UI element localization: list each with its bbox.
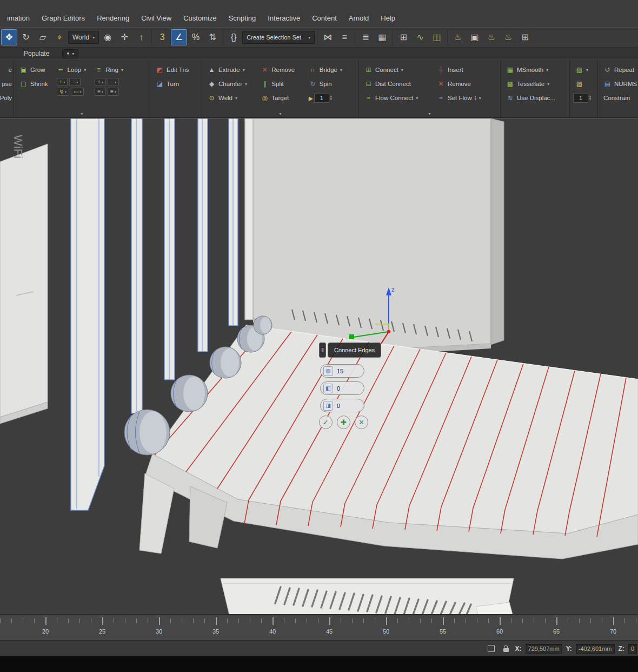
spin-button[interactable]: ↻Spin: [307, 77, 355, 91]
clipped-button-label[interactable]: pse: [2, 77, 12, 91]
scale-button[interactable]: ▱: [35, 29, 51, 45]
tessellate-button[interactable]: ▩Tessellate▾: [504, 77, 557, 91]
use-displacement-button[interactable]: ≋Use Displac...: [504, 91, 557, 105]
tab-populate[interactable]: Populate: [24, 50, 49, 57]
ribbon-config-button[interactable]: ● ▾: [62, 49, 78, 58]
spinner-arrows[interactable]: ▴▾: [330, 95, 332, 101]
loop-mode-button[interactable]: ↯▾: [57, 88, 69, 96]
iterations-value[interactable]: 1: [573, 94, 588, 103]
layer-manager-button[interactable]: ≣: [357, 29, 374, 45]
slide-value[interactable]: 0: [337, 403, 340, 409]
iterations-spinner[interactable]: 1 ▴▾: [573, 93, 591, 103]
clipped-button-label[interactable]: e: [9, 63, 12, 77]
snaps-toggle-button[interactable]: 3: [154, 29, 170, 45]
edit-tris-button[interactable]: ◩Edit Tris: [154, 63, 191, 77]
menu-arnold[interactable]: Arnold: [343, 11, 375, 25]
menu-rendering[interactable]: Rendering: [91, 11, 135, 25]
snaps-mode-button[interactable]: ∠: [171, 29, 187, 45]
axis-constraint-button[interactable]: ✛: [116, 29, 132, 45]
y-coordinate-field[interactable]: -402,601mm: [576, 644, 615, 654]
menu-interactive[interactable]: Interactive: [262, 11, 306, 25]
turn-button[interactable]: ◪Turn: [154, 77, 191, 91]
msmooth-button[interactable]: ▦MSmooth▾: [504, 63, 557, 77]
split-button[interactable]: ∥Split: [258, 77, 302, 91]
insert-button[interactable]: ┼Insert: [435, 63, 494, 77]
select-placement-button[interactable]: ⌖: [51, 29, 68, 45]
pinch-value[interactable]: 0: [337, 385, 340, 392]
menu-content[interactable]: Content: [306, 11, 343, 25]
pinch-field[interactable]: ◧ 0: [320, 381, 364, 395]
segments-field[interactable]: ▥ 15: [320, 364, 364, 378]
loop-grow-button[interactable]: +▾: [57, 78, 68, 86]
slide-field[interactable]: ◨ 0: [320, 399, 364, 412]
select-manipulate-button[interactable]: ↑: [133, 29, 149, 45]
x-coordinate-field[interactable]: 729,507mm: [526, 644, 562, 654]
ring-options-button[interactable]: ≡▾: [108, 88, 119, 96]
remove-loop-button[interactable]: ✕Remove: [435, 77, 494, 91]
menu-animation[interactable]: imation: [1, 11, 36, 25]
extrude-button[interactable]: ▲Extrude▾: [205, 63, 254, 77]
ring-button[interactable]: ≡Ring▾: [92, 63, 125, 77]
segments-value[interactable]: 15: [337, 368, 343, 374]
set-flow-button[interactable]: ≈Set Flow▴▾▾: [435, 91, 494, 105]
schematic-view-button[interactable]: ◫: [429, 29, 445, 45]
select-move-button[interactable]: ✥: [1, 29, 17, 45]
timeline-ruler[interactable]: 20 25 30 35 40 45 50 55 60 65 70: [0, 614, 638, 640]
rendered-frame-window-button[interactable]: ▣: [467, 29, 483, 45]
selection-lock-toggle[interactable]: [501, 643, 511, 654]
transform-type-in-button[interactable]: [486, 643, 497, 654]
set-flow-spinner[interactable]: ▴▾: [475, 95, 476, 101]
render-iterative-button[interactable]: ♨: [500, 29, 516, 45]
edit-named-selections-button[interactable]: {}: [225, 29, 242, 45]
dist-connect-button[interactable]: ⊟Dist Connect: [362, 77, 430, 91]
spinner-value[interactable]: 1: [314, 94, 329, 103]
menu-civil-view[interactable]: Civil View: [135, 11, 177, 25]
target-weld-button[interactable]: ◎Target: [258, 91, 302, 105]
menu-graph-editors[interactable]: Graph Editors: [36, 11, 91, 25]
weld-button[interactable]: ⊙Weld▾: [205, 91, 254, 105]
ok-button[interactable]: ✓: [319, 416, 333, 429]
smooth-option2-button[interactable]: ▨: [573, 77, 591, 91]
remove-button[interactable]: ✕Remove: [258, 63, 302, 77]
menu-customize[interactable]: Customize: [177, 11, 222, 25]
align-button[interactable]: ≡: [336, 29, 353, 45]
panel-expand-arrow[interactable]: ▼: [202, 110, 358, 117]
repeat-button[interactable]: ↺Repeat: [601, 63, 638, 77]
menu-scripting[interactable]: Scripting: [223, 11, 262, 25]
bridge-button[interactable]: ∩Bridge▾: [307, 63, 355, 77]
reference-coordinate-dropdown[interactable]: World ▾: [68, 31, 99, 44]
render-in-cloud-button[interactable]: ⊞: [517, 29, 533, 45]
z-coordinate-field[interactable]: 0: [628, 644, 637, 654]
render-setup-button[interactable]: ♨: [450, 29, 466, 45]
panel-expand-arrow[interactable]: ▼: [14, 110, 150, 117]
panel-expand-arrow[interactable]: ▼: [359, 110, 500, 117]
curve-editor-button[interactable]: ∿: [412, 29, 428, 45]
ring-mode-button[interactable]: ≡▾: [95, 88, 106, 96]
chamfer-button[interactable]: ◆Chamfer▾: [205, 77, 254, 91]
rotate-button[interactable]: ↻: [18, 29, 34, 45]
render-production-button[interactable]: ♨: [483, 29, 500, 45]
loop-button[interactable]: ━Loop▾: [55, 63, 89, 77]
caddy-drag-handle[interactable]: ‖: [319, 342, 326, 358]
flow-connect-button[interactable]: ≈Flow Connect▾: [362, 91, 430, 105]
weld-threshold-spinner[interactable]: ▸ 1 ▴▾: [309, 93, 355, 103]
constrain-button[interactable]: Constrain: [601, 91, 638, 105]
scene-explorer-button[interactable]: ▦: [374, 29, 390, 45]
mirror-button[interactable]: ⋈: [320, 29, 336, 45]
perspective-viewport[interactable]: WiFi: [0, 118, 638, 614]
percent-snap-button[interactable]: %: [188, 29, 204, 45]
connect-button[interactable]: ⊞Connect▾: [362, 63, 430, 77]
cancel-button[interactable]: ✕: [355, 416, 368, 429]
loop-shrink-button[interactable]: −▾: [69, 78, 81, 86]
spinner-snap-button[interactable]: ⇅: [204, 29, 221, 45]
ring-shrink-button[interactable]: −▾: [108, 78, 119, 86]
named-selection-set-dropdown[interactable]: Create Selection Set ▾: [242, 31, 315, 44]
ribbon-toggle-button[interactable]: ⊞: [395, 29, 411, 45]
menu-help[interactable]: Help: [375, 11, 401, 25]
ring-grow-button[interactable]: +▾: [95, 78, 106, 86]
clipped-button-label[interactable]: Poly: [0, 91, 12, 105]
loop-options-button[interactable]: ▭▾: [71, 88, 84, 96]
shrink-button[interactable]: ▢Shrink: [17, 77, 50, 91]
nurms-button[interactable]: ▤NURMS: [601, 77, 638, 91]
spinner-arrows[interactable]: ▴▾: [589, 95, 591, 101]
